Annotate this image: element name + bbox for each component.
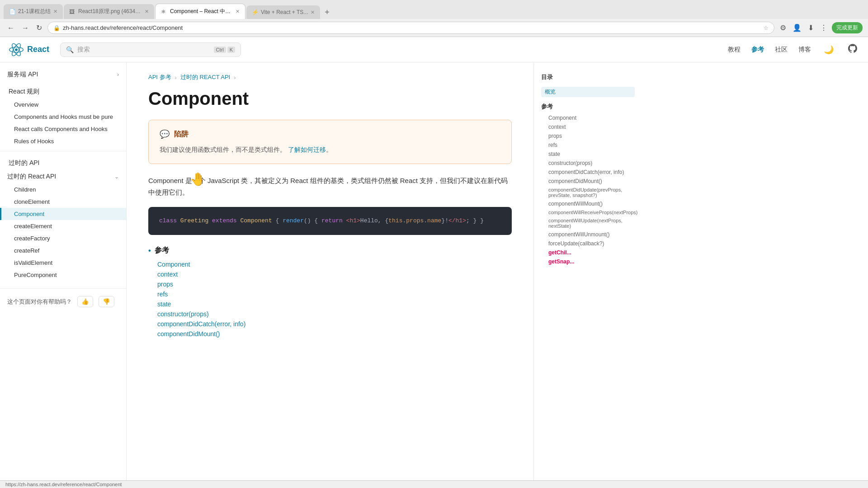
react-logo[interactable]: React: [9, 42, 49, 57]
search-placeholder: 搜索: [77, 46, 90, 54]
toc-item-will-unmount[interactable]: componentWillUnmount(): [541, 230, 635, 239]
search-icon: 🔍: [66, 46, 74, 53]
extensions-button[interactable]: ⚙: [778, 22, 788, 34]
ref-link-component[interactable]: Component: [157, 261, 190, 268]
sidebar-item-pure-component[interactable]: PureComponent: [0, 269, 126, 281]
ref-link-props[interactable]: props: [157, 281, 173, 288]
toc-item-constructor[interactable]: constructor(props): [541, 159, 635, 168]
ref-link-did-mount[interactable]: componentDidMount(): [157, 330, 220, 338]
sidebar-legacy-react-api[interactable]: 过时的 React API ⌄: [0, 170, 126, 183]
sidebar-item-clone-element[interactable]: cloneElement: [0, 196, 126, 208]
toc-item-will-receive[interactable]: componentWillReceiveProps(nextProps): [541, 208, 635, 216]
sidebar-item-overview[interactable]: Overview: [0, 99, 126, 111]
tab-close-4[interactable]: ✕: [311, 9, 315, 15]
sidebar-legacy-arrow-icon: ⌄: [114, 174, 119, 180]
sidebar-item-create-element[interactable]: createElement: [0, 220, 126, 232]
search-bar[interactable]: 🔍 搜索 Ctrl K: [60, 42, 241, 57]
tab-2[interactable]: 🖼 React18原理.png (4634×591) ✕: [64, 4, 154, 19]
settings-button[interactable]: ⋮: [818, 22, 829, 34]
tab-favicon-3: ⚛: [161, 9, 167, 15]
toc-item-did-update[interactable]: componentDidUpdate(prevProps, prevState,…: [541, 186, 635, 199]
user-button[interactable]: 👤: [791, 22, 803, 34]
toc-item-get-chil[interactable]: getChil...: [541, 248, 635, 257]
ref-link-did-catch[interactable]: componentDidCatch(error, info): [157, 320, 245, 328]
star-icon[interactable]: ☆: [764, 25, 769, 31]
toc-section-ref: 参考: [541, 103, 635, 111]
nav-tutorial[interactable]: 教程: [728, 46, 741, 54]
github-button[interactable]: [846, 42, 859, 57]
download-button[interactable]: ⬇: [806, 22, 816, 34]
toc-item-will-update[interactable]: componentWillUpdate(nextProps, nextState…: [541, 216, 635, 230]
shortcut-ctrl: Ctrl: [214, 47, 226, 53]
breadcrumb-legacy-api[interactable]: 过时的 REACT API: [180, 73, 230, 81]
update-button[interactable]: 完成更新: [832, 22, 863, 33]
nav-blog[interactable]: 博客: [798, 46, 811, 54]
dark-mode-button[interactable]: 🌙: [822, 43, 835, 56]
left-sidebar: 服务端 API › React 规则 Overview Components a…: [0, 62, 127, 488]
sidebar-item-children[interactable]: Children: [0, 183, 126, 196]
toc-item-did-mount[interactable]: componentDidMount(): [541, 177, 635, 186]
breadcrumb-api-ref[interactable]: API 参考: [148, 73, 171, 81]
tab-close-2[interactable]: ✕: [145, 9, 149, 14]
sidebar-item-create-factory[interactable]: createFactory: [0, 232, 126, 244]
sidebar-server-api-label: 服务端 API: [7, 70, 38, 79]
tab-1[interactable]: 📄 21-1课程总结 ✕: [4, 4, 63, 19]
new-tab-button[interactable]: +: [321, 6, 333, 19]
sidebar-item-legacy-api[interactable]: 过时的 API: [0, 156, 126, 170]
lock-icon: 🔒: [53, 25, 60, 31]
sidebar-server-api[interactable]: 服务端 API ›: [0, 68, 126, 81]
toc-item-force-update[interactable]: forceUpdate(callback?): [541, 239, 635, 248]
breadcrumb: API 参考 › 过时的 REACT API ›: [148, 73, 512, 81]
svg-point-0: [15, 48, 18, 51]
ref-link-context[interactable]: context: [157, 271, 178, 278]
nav-community[interactable]: 社区: [775, 46, 788, 54]
toc-item-props[interactable]: props: [541, 131, 635, 141]
sidebar-item-react-rules[interactable]: React 规则: [0, 85, 126, 99]
tab-title-1: 21-1课程总结: [18, 8, 51, 15]
sidebar-item-is-valid-element[interactable]: isValidElement: [0, 257, 126, 269]
toc-item-get-snap[interactable]: getSnap...: [541, 257, 635, 266]
toc-item-will-mount[interactable]: componentWillMount(): [541, 199, 635, 208]
nav-reference[interactable]: 参考: [751, 46, 764, 54]
sidebar-item-components-pure[interactable]: Components and Hooks must be pure: [0, 111, 126, 123]
toc-sidebar: 目录 概览 参考 Component context props refs st…: [533, 62, 642, 488]
thumbs-up-button[interactable]: 👍: [77, 296, 93, 307]
url-text: zh-hans.react.dev/reference/react/Compon…: [63, 24, 761, 31]
ref-link-constructor[interactable]: constructor(props): [157, 310, 209, 318]
sidebar-arrow-icon: ›: [117, 71, 119, 78]
ref-link-refs[interactable]: refs: [157, 291, 168, 298]
toc-item-refs[interactable]: refs: [541, 141, 635, 150]
sidebar-item-react-calls[interactable]: React calls Components and Hooks: [0, 123, 126, 135]
page-title: Component: [148, 89, 512, 109]
code-block: class Greeting extends Component { rende…: [148, 207, 512, 235]
toc-item-context[interactable]: context: [541, 122, 635, 131]
ref-link-state[interactable]: state: [157, 300, 171, 308]
react-logo-svg: [9, 42, 24, 57]
toc-item-overview[interactable]: 概览: [541, 87, 635, 97]
url-bar[interactable]: 🔒 zh-hans.react.dev/reference/react/Comp…: [47, 22, 774, 34]
sidebar-item-rules-hooks[interactable]: Rules of Hooks: [0, 135, 126, 147]
tab-favicon-2: 🖼: [69, 9, 75, 15]
tab-4[interactable]: ⚡ Vite + React + TS... ✕: [246, 5, 320, 19]
refresh-button[interactable]: ↻: [34, 22, 44, 34]
ref-section-title: 参考: [148, 246, 512, 255]
breadcrumb-sep-2: ›: [234, 74, 236, 81]
back-button[interactable]: ←: [5, 22, 16, 34]
warning-link[interactable]: 了解如何迁移: [288, 146, 326, 153]
body-text: Component 是一个 JavaScript 类，其被定义为 React 组…: [148, 175, 512, 198]
thumbs-down-button[interactable]: 👎: [99, 296, 114, 307]
tab-3[interactable]: ⚛ Component – React 中文文档 ✕: [155, 4, 245, 19]
tab-close-3[interactable]: ✕: [236, 9, 240, 14]
search-shortcut: Ctrl K: [214, 47, 235, 53]
toc-item-state[interactable]: state: [541, 150, 635, 159]
toc-item-component[interactable]: Component: [541, 113, 635, 122]
forward-button[interactable]: →: [20, 22, 31, 34]
tab-close-1[interactable]: ✕: [53, 9, 57, 14]
status-url: https://zh-hans.react.dev/reference/reac…: [5, 482, 122, 487]
ref-item-refs: refs: [157, 291, 512, 298]
ref-item-constructor: constructor(props): [157, 310, 512, 318]
sidebar-item-create-ref[interactable]: createRef: [0, 244, 126, 257]
sidebar-item-component[interactable]: Component: [0, 208, 126, 220]
tab-title-3: Component – React 中文文档: [170, 8, 233, 15]
toc-item-did-catch[interactable]: componentDidCatch(error, info): [541, 168, 635, 177]
